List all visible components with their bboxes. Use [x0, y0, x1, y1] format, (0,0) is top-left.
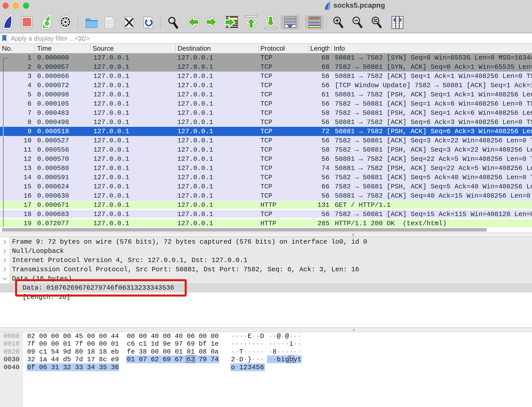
svg-text:01110: 01110	[106, 25, 113, 27]
svg-text:01101: 01101	[106, 22, 113, 25]
svg-text:01010: 01010	[106, 20, 113, 22]
